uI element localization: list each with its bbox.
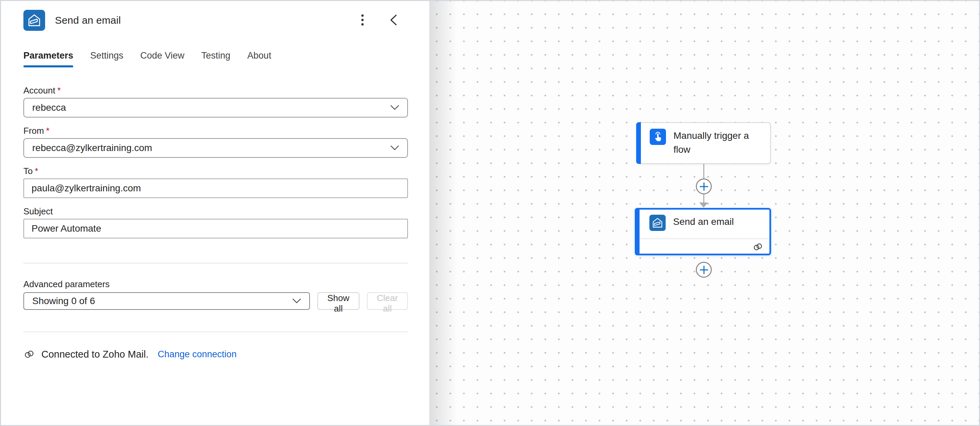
account-value: rebecca: [32, 102, 390, 113]
advanced-parameters-label: Advanced parameters: [24, 279, 408, 289]
change-connection-link[interactable]: Change connection: [158, 349, 237, 359]
advanced-parameters-section: Advanced parameters Showing 0 of 6 Show …: [24, 279, 408, 310]
more-actions-kebab-icon: [361, 13, 364, 27]
tab-testing[interactable]: Testing: [201, 51, 231, 67]
chevron-down-icon: [292, 298, 301, 304]
plus-icon: [699, 265, 709, 275]
chevron-down-icon: [390, 145, 399, 151]
manual-trigger-hand-icon: [650, 129, 666, 145]
action-config-panel: Send an email Parameters Settings Code V…: [1, 1, 429, 425]
panel-header: Send an email: [24, 10, 408, 31]
from-dropdown[interactable]: rebecca@zylkertraining.com: [24, 138, 408, 158]
panel-header-actions: [354, 11, 402, 30]
trigger-node-body: Manually trigger a flow: [637, 123, 770, 157]
chevron-down-icon: [390, 105, 399, 110]
to-field-group: To*: [24, 166, 408, 198]
connector-line: [703, 164, 704, 179]
node-divider: [640, 238, 769, 239]
from-label: From*: [24, 126, 408, 136]
panel-title: Send an email: [55, 14, 121, 26]
subject-label: Subject: [24, 206, 408, 216]
zoho-mail-icon: [24, 10, 45, 31]
section-divider: [24, 263, 408, 263]
to-label: To*: [24, 166, 408, 176]
plus-icon: [699, 182, 709, 191]
connection-status-text: Connected to Zoho Mail.: [41, 349, 148, 360]
power-automate-designer: Send an email Parameters Settings Code V…: [0, 0, 980, 426]
required-marker: *: [46, 126, 49, 136]
insert-step-button[interactable]: [696, 179, 712, 194]
chevron-left-icon: [389, 13, 398, 27]
required-marker: *: [57, 86, 61, 95]
link-chain-icon: [752, 241, 763, 252]
to-input[interactable]: [24, 179, 408, 198]
action-node-send-an-email[interactable]: Send an email: [635, 208, 771, 255]
account-dropdown[interactable]: rebecca: [24, 98, 408, 117]
advanced-parameters-value: Showing 0 of 6: [32, 296, 292, 306]
tab-parameters[interactable]: Parameters: [24, 51, 73, 67]
subject-field-group: Subject: [24, 206, 408, 238]
show-all-button[interactable]: Show all: [317, 292, 360, 310]
flow-canvas[interactable]: Manually trigger a flow Send an email: [429, 1, 979, 425]
advanced-parameters-dropdown[interactable]: Showing 0 of 6: [24, 292, 310, 310]
link-chain-icon: [24, 348, 35, 360]
account-label: Account*: [24, 86, 408, 95]
arrow-down-icon: [699, 203, 708, 207]
parameters-form: Account* rebecca From* rebecca@zylkertra…: [24, 86, 408, 360]
account-field-group: Account* rebecca: [24, 86, 408, 117]
action-node-body: Send an email: [636, 210, 769, 231]
panel-tabs: Parameters Settings Code View Testing Ab…: [24, 51, 408, 67]
from-value: rebecca@zylkertraining.com: [32, 143, 390, 154]
zoho-mail-icon: [649, 215, 666, 231]
subject-input[interactable]: [24, 219, 408, 238]
more-actions-button[interactable]: [354, 11, 371, 30]
tab-about[interactable]: About: [247, 51, 271, 67]
from-field-group: From* rebecca@zylkertraining.com: [24, 126, 408, 158]
section-divider: [24, 331, 408, 332]
connection-reference-button[interactable]: [752, 241, 764, 252]
clear-all-button[interactable]: Clear all: [367, 292, 408, 310]
collapse-panel-button[interactable]: [385, 11, 402, 30]
connection-status-row: Connected to Zoho Mail. Change connectio…: [24, 348, 408, 360]
insert-step-button[interactable]: [696, 262, 712, 278]
trigger-node-manually-trigger-a-flow[interactable]: Manually trigger a flow: [636, 122, 771, 164]
action-node-title: Send an email: [673, 215, 734, 228]
connector-line: [703, 194, 704, 203]
required-marker: *: [35, 166, 38, 176]
advanced-parameters-row: Showing 0 of 6 Show all Clear all: [24, 292, 408, 310]
tab-settings[interactable]: Settings: [90, 51, 123, 67]
tab-code-view[interactable]: Code View: [140, 51, 185, 67]
trigger-node-title: Manually trigger a flow: [673, 129, 758, 157]
